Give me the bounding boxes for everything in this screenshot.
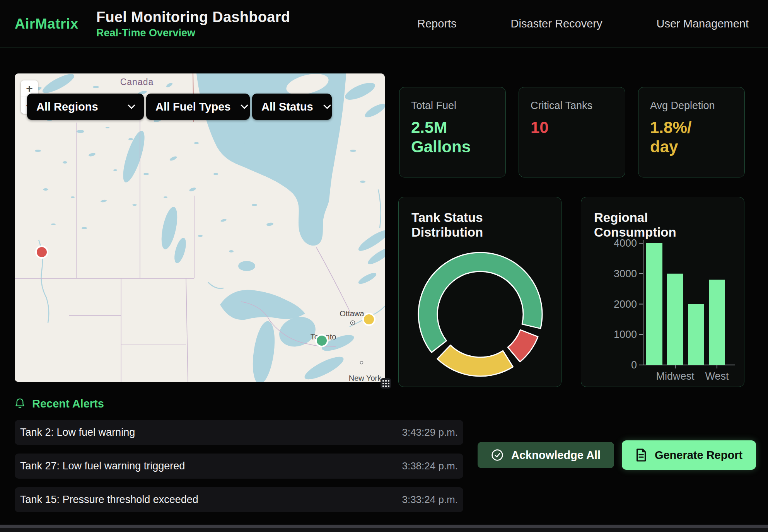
fuel-type-filter-dropdown[interactable]: All Fuel Types [146, 94, 250, 120]
recent-alerts-section: Recent Alerts Tank 2: Low fuel warning 3… [15, 396, 463, 512]
status-filter-value: All Status [261, 101, 313, 113]
regional-consumption-bar-chart: 01000200030004000MidwestWest [581, 197, 745, 387]
generate-report-label: Generate Report [655, 449, 742, 462]
kpi-total-fuel: Total Fuel 2.5MGallons [399, 87, 506, 177]
map-resize-handle[interactable] [381, 378, 391, 389]
alert-text: Tank 27: Low fuel warning triggered [20, 460, 185, 472]
map-marker-critical[interactable] [36, 246, 48, 258]
generate-report-button[interactable]: Generate Report [622, 440, 756, 470]
nav-disaster-recovery[interactable]: Disaster Recovery [511, 17, 602, 30]
svg-text:Midwest: Midwest [656, 370, 695, 382]
bottom-edge [0, 528, 768, 532]
chevron-down-icon [128, 104, 135, 109]
map-filters: All Regions All Fuel Types All Status [27, 94, 332, 120]
svg-text:2000: 2000 [614, 298, 637, 310]
header: AirMatrix Fuel Monitoring Dashboard Real… [0, 0, 768, 48]
map-label-canada: Canada [120, 77, 154, 87]
svg-text:3000: 3000 [614, 268, 637, 280]
map-marker-warning[interactable] [363, 314, 375, 325]
svg-text:0: 0 [631, 359, 637, 371]
alert-row[interactable]: Tank 15: Pressure threshold exceeded 3:3… [15, 487, 463, 512]
kpi-critical-tanks: Critical Tanks 10 [519, 87, 625, 177]
map-marker-normal[interactable] [316, 335, 328, 346]
check-circle-icon [491, 449, 503, 461]
page-subtitle: Real-Time Overview [96, 27, 290, 39]
page-title: Fuel Monitoring Dashboard [96, 9, 290, 26]
alert-row[interactable]: Tank 2: Low fuel warning 3:43:29 p.m. [15, 420, 463, 445]
region-filter-dropdown[interactable]: All Regions [27, 94, 144, 120]
map-label-new-york: New York [349, 374, 382, 382]
alert-text: Tank 15: Pressure threshold exceeded [20, 494, 198, 506]
kpi-avg-depletion: Avg Depletion 1.8%/day [638, 87, 745, 177]
alert-time: 3:38:24 p.m. [402, 460, 458, 472]
chevron-down-icon [323, 104, 331, 109]
regional-consumption-card: Regional Consumption 01000200030004000Mi… [581, 197, 744, 387]
nav-user-management[interactable]: User Management [656, 17, 749, 30]
alert-time: 3:43:29 p.m. [402, 426, 458, 438]
kpi-label: Critical Tanks [531, 100, 613, 112]
tank-status-card: Tank Status Distribution [398, 197, 561, 387]
map-label-ottawa: Ottawa [340, 309, 364, 318]
nav-reports[interactable]: Reports [417, 17, 457, 30]
kpi-value: 1.8%/day [650, 118, 733, 157]
title-block: Fuel Monitoring Dashboard Real-Time Over… [96, 9, 290, 39]
kpi-value: 2.5MGallons [411, 118, 494, 157]
kpi-row: Total Fuel 2.5MGallons Critical Tanks 10… [399, 87, 745, 177]
svg-text:West: West [705, 370, 729, 382]
alert-text: Tank 2: Low fuel warning [20, 426, 135, 438]
alerts-header: Recent Alerts [15, 396, 463, 411]
alert-time: 3:33:24 p.m. [402, 494, 458, 506]
map-panel[interactable]: Canada Ottawa Toronto New York + − All R… [15, 73, 385, 382]
tank-status-donut-chart [399, 197, 562, 387]
status-filter-dropdown[interactable]: All Status [252, 94, 332, 120]
kpi-label: Total Fuel [411, 100, 494, 112]
chevron-down-icon [241, 104, 248, 109]
document-icon [635, 448, 647, 462]
svg-text:1000: 1000 [614, 329, 637, 340]
fuel-type-filter-value: All Fuel Types [155, 101, 230, 113]
app-logo[interactable]: AirMatrix [15, 16, 79, 32]
kpi-label: Avg Depletion [650, 100, 733, 112]
kpi-value: 10 [531, 118, 613, 137]
bell-icon [15, 398, 25, 409]
svg-text:4000: 4000 [614, 237, 637, 249]
alert-row[interactable]: Tank 27: Low fuel warning triggered 3:38… [15, 454, 463, 479]
alerts-title: Recent Alerts [32, 397, 104, 410]
bottom-divider [0, 525, 768, 528]
map-town-dot [360, 361, 363, 364]
acknowledge-all-label: Acknowledge All [511, 449, 601, 462]
main-nav: Reports Disaster Recovery User Managemen… [417, 17, 753, 30]
region-filter-value: All Regions [36, 101, 98, 113]
acknowledge-all-button[interactable]: Acknowledge All [478, 442, 614, 468]
